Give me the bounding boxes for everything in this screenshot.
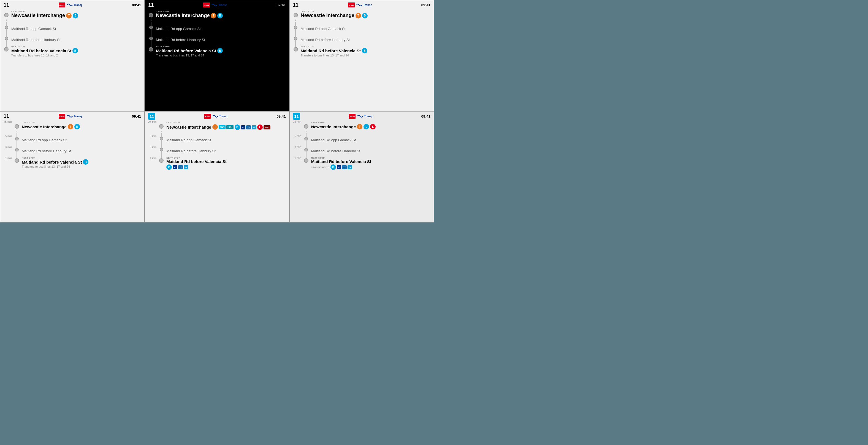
- nsw-emblem: NSW: [59, 2, 65, 7]
- next-stop-label: NEXT STOP: [311, 157, 431, 159]
- number-badge: 11: [293, 113, 300, 120]
- stop-time-label: 5 min: [292, 134, 303, 145]
- logo-group: NSW Transport: [349, 114, 373, 119]
- transport-wordmark: Transport: [356, 114, 373, 119]
- status-bar: 11 NSW Transport 09:41: [290, 112, 434, 120]
- middle-stop-name: Maitland Rd before Hanbury St: [311, 149, 360, 153]
- last-stop-time: 25 min: [292, 120, 303, 123]
- transfer-text: Transfers to bus lines 13, 17 and 24: [301, 54, 431, 57]
- svg-text:Transport: Transport: [219, 115, 228, 118]
- transport-wordmark: Transport: [356, 2, 372, 7]
- status-time: 09:41: [277, 3, 285, 7]
- last-stop-label: LAST STOP: [11, 10, 142, 13]
- svg-text:Transport: Transport: [363, 4, 372, 7]
- last-stop-time: 25 min: [3, 120, 13, 123]
- last-stop-name: Newcastle Interchange: [11, 13, 65, 19]
- middle-stop-name: Maitland Rd opp Gamack St: [22, 138, 67, 142]
- next-stop-name: Maitland Rd before Valencia St: [156, 49, 216, 53]
- nsw-emblem: NSW: [59, 114, 65, 119]
- transfer-text: Transfers to bus lines 13, 17 and 24: [11, 54, 142, 57]
- last-stop-label: LAST STOP: [22, 121, 142, 124]
- status-number: 11: [148, 2, 154, 8]
- status-bar: 11 NSW Transport 09:41: [290, 0, 434, 8]
- transport-wordmark: Transport: [211, 2, 227, 7]
- panel-top-left: 11 NSW Transport 09:41: [0, 0, 145, 111]
- last-stop-time: 25 min: [148, 120, 158, 123]
- next-stop-time: 1 min: [3, 156, 13, 160]
- svg-text:NSW: NSW: [60, 116, 65, 118]
- svg-text:Transport: Transport: [218, 4, 227, 7]
- last-stop-label: LAST STOP: [156, 10, 286, 13]
- last-stop-name: Newcastle Interchange: [301, 13, 354, 19]
- panel-bottom-left: 11 NSW Transport 09:41: [0, 111, 145, 222]
- status-number: 11: [4, 2, 9, 8]
- number-badge: 11: [148, 113, 155, 120]
- next-stop-name: Maitland Rd before Valencia St: [301, 49, 361, 53]
- status-time: 09:41: [132, 114, 141, 119]
- logo-group: NSW Transport: [203, 2, 227, 7]
- middle-stop-name: Maitland Rd before Hanbury St: [166, 149, 215, 153]
- panel-bottom-center: 11 NSW Transport 09:41: [145, 111, 289, 222]
- svg-text:NSW: NSW: [60, 4, 65, 7]
- middle-stop-name: Maitland Rd before Hanbury St: [11, 38, 60, 42]
- svg-text:Transport: Transport: [74, 4, 82, 7]
- panel-bottom-right: 11 NSW Transport 09:41: [289, 111, 434, 222]
- middle-stop-name: Maitland Rd before Hanbury St: [301, 38, 350, 42]
- logo-group: NSW Transport: [59, 114, 82, 119]
- svg-text:Transport: Transport: [74, 115, 82, 118]
- transfer-text: Transfers to bus lines 13, 17 and 24: [22, 165, 142, 168]
- next-stop-label: NEXT STOP: [156, 45, 286, 48]
- transfer-text: Transfers to bus lines 13, 17 and 24: [156, 54, 286, 57]
- next-stop-time: 1 min: [148, 156, 158, 160]
- status-time: 09:41: [421, 114, 430, 119]
- status-number: 11: [4, 114, 9, 119]
- next-stop-label: NEXT STOP: [11, 45, 142, 48]
- nsw-emblem: NSW: [349, 114, 355, 119]
- panel-top-right: 11 NSW Transport 09:41: [289, 0, 434, 111]
- last-stop-label: LAST STOP: [311, 121, 431, 124]
- last-stop-name: Newcastle Interchange: [166, 125, 211, 129]
- status-bar: 11 NSW Transport 09:41: [145, 112, 289, 120]
- stop-time-label: 5 min: [3, 134, 13, 145]
- middle-stop-name: Maitland Rd opp Gamack St: [311, 138, 356, 142]
- last-stop-name: Newcastle Interchange: [311, 124, 356, 129]
- nsw-emblem: NSW: [348, 2, 355, 7]
- stop-time-label: 3 min: [148, 145, 158, 156]
- status-time: 09:41: [277, 114, 285, 119]
- status-bar: 11 NSW Transport 09:41: [0, 0, 144, 8]
- next-stop-name: Maitland Rd before Valencia St: [311, 159, 371, 164]
- next-stop-time: 1 min: [292, 156, 303, 160]
- last-stop-label: LAST STOP: [301, 10, 431, 13]
- nsw-emblem: NSW: [203, 2, 210, 7]
- middle-stop-name: Maitland Rd before Hanbury St: [156, 38, 205, 42]
- middle-stop-name: Maitland Rd opp Gamack St: [166, 138, 211, 142]
- next-stop-label: NEXT STOP: [22, 157, 142, 159]
- last-stop-name: Newcastle Interchange: [156, 13, 210, 19]
- svg-text:NSW: NSW: [349, 4, 354, 7]
- last-stop-label: LAST STOP: [166, 121, 286, 124]
- transfers-to-label: TRANSFERS TO: [311, 166, 330, 168]
- status-time: 09:41: [132, 3, 141, 7]
- svg-text:NSW: NSW: [205, 116, 210, 118]
- logo-group: NSW Transport: [59, 2, 82, 7]
- svg-text:Transport: Transport: [364, 115, 373, 118]
- panel-top-center: 11 NSW Transport 09:41: [145, 0, 289, 111]
- next-stop-label: NEXT STOP: [166, 157, 286, 159]
- next-stop-name: Maitland Rd before Valencia St: [166, 159, 226, 164]
- status-bar: 11 NSW Transport 09:41: [0, 112, 144, 120]
- middle-stop-name: Maitland Rd before Hanbury St: [22, 149, 71, 153]
- next-stop-label: NEXT STOP: [301, 45, 431, 48]
- transport-wordmark: Transport: [212, 114, 228, 119]
- status-bar: 11 NSW Transport 09:41: [145, 0, 289, 8]
- status-time: 09:41: [421, 3, 430, 7]
- transport-wordmark: Transport: [66, 114, 82, 119]
- next-stop-name: Maitland Rd before Valencia St: [22, 160, 82, 164]
- stop-time-label: 5 min: [148, 134, 158, 145]
- middle-stop-name: Maitland Rd opp Gamack St: [11, 27, 56, 31]
- stop-time-label: 3 min: [292, 145, 303, 156]
- middle-stop-name: Maitland Rd opp Gamack St: [156, 27, 201, 31]
- transport-wordmark: Transport: [66, 2, 82, 7]
- middle-stop-name: Maitland Rd opp Gamack St: [301, 27, 346, 31]
- last-stop-name: Newcastle Interchange: [22, 124, 67, 129]
- nsw-emblem: NSW: [204, 114, 211, 119]
